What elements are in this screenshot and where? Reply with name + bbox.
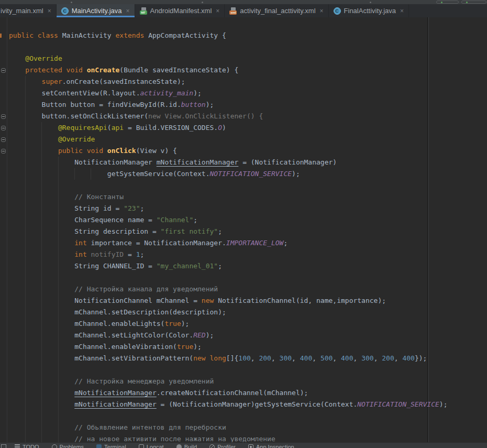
- tool-window-button-profiler[interactable]: Profiler: [209, 444, 236, 448]
- toolbar-dot: [202, 2, 203, 3]
- bottom-tool-window-bar: TODOProblemsTerminalLogcatBuildProfilerA…: [0, 442, 487, 448]
- code-area[interactable]: public class MainActivity extends AppCom…: [7, 17, 487, 442]
- toolbar-dot: [71, 2, 72, 3]
- layout-file-icon: xml: [229, 7, 237, 15]
- todo-icon: [15, 444, 20, 448]
- code-line: protected void onCreate(Bundle savedInst…: [9, 64, 487, 76]
- code-line: // Настройка менеджера уведомлений: [9, 376, 487, 387]
- tab-close-icon[interactable]: ×: [400, 8, 404, 14]
- code-line: NotificationManager mNotificationManager…: [9, 157, 487, 168]
- code-line: @RequiresApi(api = Build.VERSION_CODES.O…: [9, 122, 487, 134]
- run-status-dot: [441, 2, 442, 3]
- problems-icon: [52, 444, 57, 448]
- editor-tab-AndroidManifest.xml[interactable]: MFAndroidManifest.xml×: [135, 4, 225, 17]
- code-line: @Override: [9, 134, 487, 145]
- java-class-icon: C: [334, 7, 341, 15]
- manifest-file-icon: MF: [140, 7, 147, 15]
- tab-label: activity_final_acttivity.xml: [240, 7, 315, 15]
- gutter-class-mark: [0, 34, 2, 38]
- code-line: mChannel.setVibrationPattern(new long[]{…: [9, 353, 487, 364]
- code-line: // на новое активити после нажатия на ув…: [9, 433, 487, 442]
- code-line: setContentView(R.layout.activity_main);: [9, 88, 487, 99]
- tool-window-label: Problems: [60, 444, 84, 448]
- code-line: [9, 410, 487, 422]
- code-line: String CHANNEL_ID = "my_channel_01";: [9, 260, 487, 272]
- tool-window-button-problems[interactable]: Problems: [52, 444, 84, 448]
- code-line: Button button = findViewById(R.id.button…: [9, 99, 487, 111]
- code-line: public class MainActivity extends AppCom…: [9, 30, 487, 41]
- toolbar-dot: [370, 2, 371, 3]
- tab-label: ivity_main.xml: [1, 7, 43, 15]
- editor-tab-FinalActtivity.java[interactable]: CFinalActtivity.java×: [329, 4, 409, 17]
- tab-close-icon[interactable]: ×: [48, 8, 51, 14]
- fold-marker[interactable]: [1, 68, 6, 73]
- code-line: // Константы: [9, 191, 487, 203]
- tool-window-label: Build: [184, 444, 197, 448]
- fold-marker[interactable]: [1, 149, 6, 154]
- code-line: mChannel.setDescription(description);: [9, 307, 487, 318]
- code-line: mChannel.enableVibration(true);: [9, 341, 487, 353]
- logcat-icon: [139, 444, 144, 448]
- code-line: mNotificationManager.createNotificationC…: [9, 387, 487, 399]
- tab-close-icon[interactable]: ×: [126, 8, 129, 14]
- tool-window-label: TODO: [23, 444, 39, 448]
- tool-window-button-terminal[interactable]: Terminal: [96, 444, 126, 448]
- code-line: String description = "first notify";: [9, 226, 487, 237]
- code-line: button.setOnClickListener(new View.OnCli…: [9, 111, 487, 122]
- terminal-icon: [96, 444, 102, 448]
- build-icon: [176, 444, 182, 448]
- tool-window-button-todo[interactable]: TODO: [15, 444, 39, 448]
- fold-marker[interactable]: [1, 137, 6, 142]
- tool-window-button-build[interactable]: Build: [176, 444, 197, 448]
- tab-close-icon[interactable]: ×: [216, 8, 219, 14]
- run-status-dot: [466, 2, 468, 3]
- code-line: [9, 364, 487, 376]
- app-inspection-icon: [248, 444, 253, 448]
- tab-close-icon[interactable]: ×: [320, 8, 324, 14]
- tab-bar: ivity_main.xml×CMainActivity.java×MFAndr…: [0, 4, 487, 17]
- tool-window-button-logcat[interactable]: Logcat: [139, 444, 164, 448]
- code-line: // Настройка канала для уведомлений: [9, 283, 487, 295]
- tool-window-label: Terminal: [104, 444, 126, 448]
- tool-window-button-app-inspection[interactable]: App Inspection: [248, 444, 294, 448]
- fold-marker[interactable]: [1, 126, 6, 130]
- code-line: super.onCreate(savedInstanceState);: [9, 76, 487, 88]
- tool-window-label: App Inspection: [256, 444, 294, 448]
- code-line: [9, 41, 487, 53]
- toolbar-button-group[interactable]: [436, 1, 459, 4]
- profiler-icon: [209, 444, 215, 448]
- tab-label: FinalActtivity.java: [344, 7, 396, 15]
- code-line: public void onClick(View v) {: [9, 145, 487, 157]
- code-line: mChannel.setLightColor(Color.RED);: [9, 330, 487, 341]
- code-line: String id = "23";: [9, 203, 487, 214]
- code-line: int importance = NotificationManager.IMP…: [9, 237, 487, 249]
- code-line: CharSequence name = "Channel";: [9, 214, 487, 226]
- tool-window-label: Profiler: [217, 444, 236, 448]
- tab-label: MainActivity.java: [72, 7, 122, 15]
- code-line: int notifyID = 1;: [9, 249, 487, 260]
- code-line: getSystemService(Context.NOTIFICATION_SE…: [9, 168, 487, 180]
- code-editor[interactable]: public class MainActivity extends AppCom…: [0, 17, 487, 442]
- editor-tab-MainActivity.java[interactable]: CMainActivity.java×: [57, 4, 135, 17]
- code-line: [9, 180, 487, 191]
- code-line: [9, 272, 487, 283]
- editor-tab-activity_final_acttivity.xml[interactable]: xmlactivity_final_acttivity.xml×: [225, 4, 328, 17]
- code-line: mNotificationManager = (NotificationMana…: [9, 399, 487, 410]
- tool-window-stub-icon[interactable]: [1, 444, 6, 448]
- tab-label: AndroidManifest.xml: [150, 7, 212, 15]
- code-line: mChannel.enableLights(true);: [9, 318, 487, 330]
- fold-marker[interactable]: [1, 114, 6, 119]
- code-line: @Override: [9, 53, 487, 64]
- tool-window-label: Logcat: [147, 444, 164, 448]
- java-class-icon: C: [61, 7, 69, 15]
- code-line: NotificationChannel mChannel = new Notif…: [9, 295, 487, 307]
- editor-tab-ivity_main.xml[interactable]: ivity_main.xml×: [0, 4, 57, 17]
- toolbar-button-group[interactable]: [461, 1, 486, 4]
- code-line: // Обьявление интентов для переброски: [9, 422, 487, 433]
